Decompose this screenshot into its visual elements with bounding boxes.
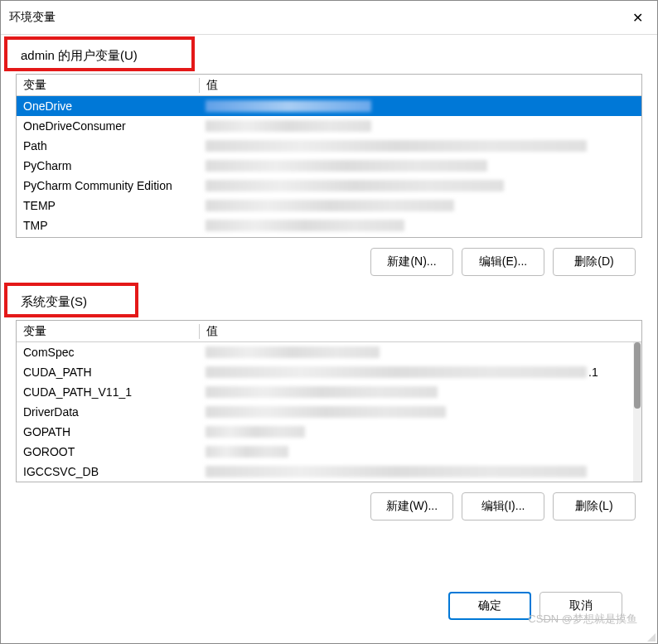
scrollbar[interactable] — [633, 342, 641, 482]
user-new-button[interactable]: 新建(N)... — [370, 248, 453, 276]
column-header-variable[interactable]: 变量 — [17, 321, 199, 342]
table-header: 变量 值 — [17, 321, 641, 342]
variable-value-cell — [199, 176, 641, 196]
table-row[interactable]: OneDrive — [17, 96, 641, 116]
table-row[interactable]: CUDA_PATH_V11_1 — [17, 382, 641, 402]
variable-value-cell — [199, 442, 641, 462]
variable-name-cell: IGCCSVC_DB — [17, 463, 199, 480]
variable-value-cell — [199, 462, 641, 482]
user-variables-section: admin 的用户变量(U) 变量 值 OneDriveOneDriveCons… — [16, 45, 642, 276]
user-delete-button[interactable]: 删除(D) — [553, 248, 636, 276]
column-header-variable[interactable]: 变量 — [17, 75, 199, 96]
table-row[interactable]: GOPATH — [17, 422, 641, 442]
environment-variables-dialog: 环境变量 ✕ admin 的用户变量(U) 变量 值 OneDriveOneDr… — [0, 0, 658, 644]
table-row[interactable]: ComSpec — [17, 342, 641, 362]
variable-name-cell: OneDrive — [17, 98, 199, 114]
table-row[interactable]: GOROOT — [17, 442, 641, 462]
table-row[interactable]: OneDriveConsumer — [17, 116, 641, 136]
variable-name-cell: Path — [17, 138, 199, 154]
table-row[interactable]: PyCharm — [17, 156, 641, 176]
close-button[interactable]: ✕ — [626, 6, 649, 29]
system-table-body: ComSpecCUDA_PATH.1CUDA_PATH_V11_1DriverD… — [17, 342, 641, 482]
variable-name-cell: TMP — [17, 217, 199, 234]
variable-value-cell — [199, 116, 641, 136]
column-header-value[interactable]: 值 — [200, 321, 641, 342]
system-delete-button[interactable]: 删除(L) — [553, 492, 636, 521]
variable-name-cell: PyCharm — [17, 157, 199, 174]
dialog-content: admin 的用户变量(U) 变量 值 OneDriveOneDriveCons… — [1, 35, 657, 643]
table-header: 变量 值 — [17, 75, 641, 96]
system-new-button[interactable]: 新建(W)... — [370, 492, 453, 521]
user-variables-table[interactable]: 变量 值 OneDriveOneDriveConsumerPathPyCharm… — [16, 74, 642, 238]
scrollbar-thumb[interactable] — [634, 342, 641, 409]
table-row[interactable]: Path — [17, 136, 641, 156]
variable-name-cell: GOPATH — [17, 424, 199, 440]
system-button-row: 新建(W)... 编辑(I)... 删除(L) — [16, 492, 642, 521]
column-header-value[interactable]: 值 — [200, 75, 641, 96]
user-edit-button[interactable]: 编辑(E)... — [462, 248, 544, 276]
titlebar: 环境变量 ✕ — [1, 1, 657, 35]
user-table-body: OneDriveOneDriveConsumerPathPyCharmPyCha… — [17, 96, 641, 237]
variable-value-cell — [199, 382, 641, 402]
variable-value-cell — [199, 136, 641, 156]
variable-value-cell — [199, 342, 641, 362]
table-row[interactable]: PyCharm Community Edition — [17, 176, 641, 196]
user-variables-label: admin 的用户变量(U) — [16, 45, 143, 67]
close-icon: ✕ — [632, 10, 643, 26]
variable-value-cell — [199, 402, 641, 422]
cancel-button[interactable]: 取消 — [539, 592, 622, 620]
window-title: 环境变量 — [9, 10, 56, 25]
variable-name-cell: TEMP — [17, 197, 199, 214]
table-row[interactable]: DriverData — [17, 402, 641, 422]
system-variables-section: 系统变量(S) 变量 值 ComSpecCUDA_PATH.1CUDA_PATH… — [16, 291, 642, 521]
user-button-row: 新建(N)... 编辑(E)... 删除(D) — [16, 248, 642, 276]
table-row[interactable]: CUDA_PATH.1 — [17, 362, 641, 382]
variable-name-cell: ComSpec — [17, 344, 199, 361]
variable-value-cell — [199, 156, 641, 176]
system-variables-label: 系统变量(S) — [16, 291, 92, 313]
system-edit-button[interactable]: 编辑(I)... — [462, 492, 544, 521]
table-row[interactable]: TEMP — [17, 196, 641, 215]
variable-value-cell — [199, 96, 641, 116]
variable-value-cell — [199, 215, 641, 235]
variable-value-cell: .1 — [199, 362, 641, 382]
variable-value-cell — [199, 196, 641, 215]
table-row[interactable]: IGCCSVC_DB — [17, 462, 641, 482]
system-variables-table[interactable]: 变量 值 ComSpecCUDA_PATH.1CUDA_PATH_V11_1Dr… — [16, 320, 642, 482]
variable-name-cell: CUDA_PATH_V11_1 — [17, 384, 199, 400]
variable-value-cell — [199, 422, 641, 442]
variable-name-cell: DriverData — [17, 404, 199, 420]
variable-name-cell: PyCharm Community Edition — [17, 177, 199, 194]
table-row[interactable]: TMP — [17, 215, 641, 235]
variable-name-cell: GOROOT — [17, 443, 199, 460]
dialog-button-row: 确定 取消 — [16, 585, 642, 635]
variable-name-cell: CUDA_PATH — [17, 364, 199, 380]
ok-button[interactable]: 确定 — [448, 592, 531, 620]
variable-name-cell: OneDriveConsumer — [17, 118, 199, 134]
